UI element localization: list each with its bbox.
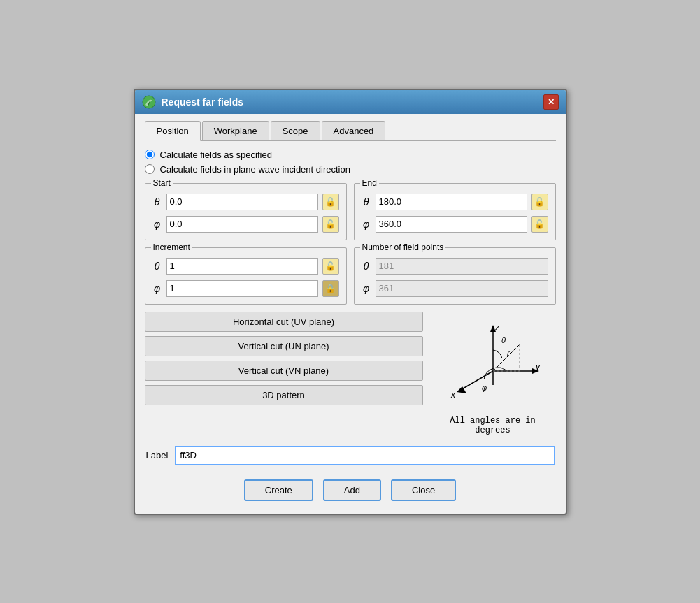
start-end-row: Start θ 🔓 φ 🔓 End θ 🔓 <box>145 183 556 240</box>
start-group-label: Start <box>151 178 173 188</box>
radio-specified-label: Calculate fields as specified <box>160 150 272 160</box>
label-field-label: Label <box>146 450 169 460</box>
start-phi-input[interactable] <box>166 216 318 233</box>
create-button[interactable]: Create <box>244 479 313 501</box>
end-theta-row: θ 🔓 <box>362 194 548 210</box>
increment-theta-input[interactable] <box>166 258 318 275</box>
horizontal-cut-button[interactable]: Horizontal cut (UV plane) <box>145 312 423 332</box>
start-theta-input[interactable] <box>166 194 318 210</box>
end-group-label: End <box>360 178 379 188</box>
increment-theta-label: θ <box>152 261 162 272</box>
increment-theta-lock[interactable]: 🔓 <box>322 258 339 275</box>
label-row: Label <box>145 446 556 465</box>
start-group: Start θ 🔓 φ 🔓 <box>145 183 347 240</box>
preset-buttons-group: Horizontal cut (UV plane) Vertical cut (… <box>145 312 423 435</box>
footer-buttons: Create Add Close <box>145 472 556 504</box>
tab-position[interactable]: Position <box>145 121 201 141</box>
radio-plane-wave-label: Calculate fields in plane wave incident … <box>160 164 350 175</box>
vertical-cut-vn-button[interactable]: Vertical cut (VN plane) <box>145 361 423 381</box>
start-theta-label: θ <box>152 196 162 208</box>
field-points-group-label: Number of field points <box>360 242 446 252</box>
increment-phi-row: φ 🔒 <box>152 280 339 297</box>
coordinate-diagram: z y x θ r <box>437 315 549 413</box>
increment-phi-input[interactable] <box>166 280 318 297</box>
buttons-diagram-row: Horizontal cut (UV plane) Vertical cut (… <box>145 312 556 435</box>
increment-fieldpoints-row: Increment θ 🔓 φ 🔒 Number of field points… <box>145 247 556 305</box>
svg-text:φ: φ <box>482 384 487 392</box>
svg-text:y: y <box>535 362 541 372</box>
increment-group-label: Increment <box>151 242 192 252</box>
start-theta-row: θ 🔓 <box>152 194 339 210</box>
end-theta-input[interactable] <box>376 194 527 210</box>
increment-theta-row: θ 🔓 <box>152 258 339 275</box>
fieldpoints-phi-row: φ <box>362 280 548 297</box>
close-title-button[interactable]: ✕ <box>543 94 559 110</box>
radio-item-specified: Calculate fields as specified <box>145 150 556 160</box>
end-phi-input[interactable] <box>376 216 527 233</box>
start-phi-label: φ <box>152 219 162 230</box>
fieldpoints-phi-label: φ <box>362 283 371 294</box>
close-button[interactable]: Close <box>391 479 456 501</box>
start-theta-lock[interactable]: 🔓 <box>322 194 339 210</box>
fieldpoints-phi-input <box>376 280 548 297</box>
vertical-cut-un-button[interactable]: Vertical cut (UN plane) <box>145 336 423 356</box>
svg-line-10 <box>493 344 520 371</box>
angles-note: All angles are in degrees <box>430 416 556 435</box>
increment-group: Increment θ 🔓 φ 🔒 <box>145 247 347 305</box>
title-bar: Request far fields ✕ <box>135 90 566 114</box>
radio-specified[interactable] <box>145 150 155 159</box>
add-button[interactable]: Add <box>323 479 381 501</box>
request-far-fields-dialog: Request far fields ✕ Position Workplane … <box>134 89 567 515</box>
svg-text:θ: θ <box>501 336 506 344</box>
tab-scope[interactable]: Scope <box>271 121 320 140</box>
radio-item-plane-wave: Calculate fields in plane wave incident … <box>145 164 556 175</box>
fieldpoints-theta-row: θ <box>362 258 548 275</box>
calculation-mode-group: Calculate fields as specified Calculate … <box>145 150 556 175</box>
increment-phi-label: φ <box>152 283 162 294</box>
label-field-input[interactable] <box>175 446 554 465</box>
app-icon <box>142 95 156 109</box>
radio-plane-wave[interactable] <box>145 164 155 174</box>
start-phi-lock[interactable]: 🔓 <box>322 216 339 233</box>
end-phi-label: φ <box>362 219 371 230</box>
start-phi-row: φ 🔓 <box>152 216 339 233</box>
title-bar-left: Request far fields <box>142 95 243 109</box>
dialog-content: Position Workplane Scope Advanced Calcul… <box>135 114 566 514</box>
field-points-group: Number of field points θ φ <box>354 247 556 305</box>
end-theta-lock[interactable]: 🔓 <box>531 194 548 210</box>
end-theta-label: θ <box>362 196 371 208</box>
fieldpoints-theta-input <box>376 258 548 275</box>
tab-bar: Position Workplane Scope Advanced <box>145 121 556 141</box>
svg-text:z: z <box>494 323 500 333</box>
svg-text:r: r <box>507 349 510 357</box>
svg-line-7 <box>459 371 493 391</box>
fieldpoints-theta-label: θ <box>362 261 371 272</box>
tab-workplane[interactable]: Workplane <box>202 121 269 140</box>
dialog-title: Request far fields <box>162 96 243 108</box>
end-phi-row: φ 🔓 <box>362 216 548 233</box>
diagram-area: z y x θ r <box>430 312 556 435</box>
increment-phi-lock[interactable]: 🔒 <box>322 280 339 297</box>
end-phi-lock[interactable]: 🔓 <box>531 216 548 233</box>
svg-text:x: x <box>450 390 456 400</box>
end-group: End θ 🔓 φ 🔓 <box>354 183 556 240</box>
tab-advanced[interactable]: Advanced <box>322 121 386 140</box>
3d-pattern-button[interactable]: 3D pattern <box>145 385 423 405</box>
